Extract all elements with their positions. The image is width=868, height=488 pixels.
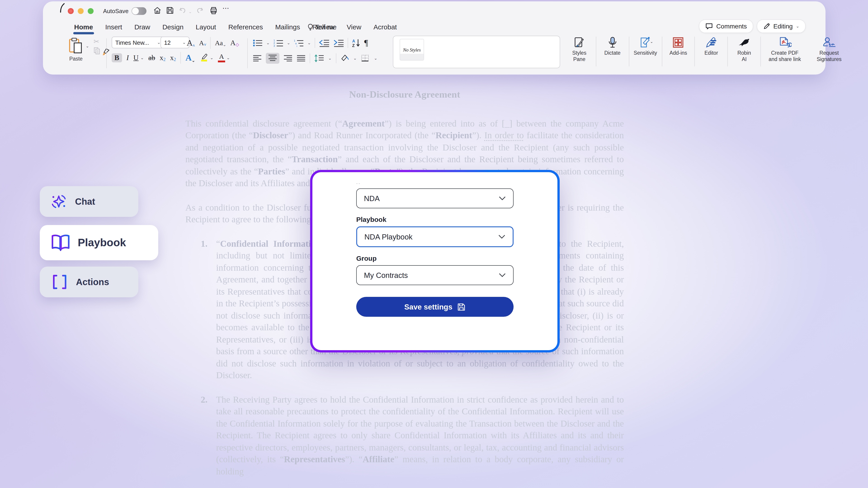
editor-button[interactable]: Editor	[696, 36, 727, 57]
svg-text:⌄: ⌄	[650, 40, 652, 43]
tab-view[interactable]: View	[347, 23, 362, 31]
highlight-color-button[interactable]	[199, 53, 209, 63]
text-effects-button[interactable]: A⌄	[185, 53, 195, 63]
change-case-button[interactable]: Aa⌄	[215, 39, 226, 47]
align-right-icon[interactable]	[283, 55, 292, 62]
chevron-down-icon[interactable]: ⌄	[287, 41, 290, 45]
undo-icon[interactable]	[179, 6, 187, 14]
chevron-down-icon[interactable]: ⌄	[353, 56, 357, 61]
zoom-window-button[interactable]	[88, 8, 94, 14]
increase-indent-icon[interactable]	[333, 39, 344, 47]
chevron-down-icon[interactable]: ⌄	[266, 41, 270, 45]
styles-pane-button[interactable]: Styles Pane	[564, 36, 595, 64]
print-icon[interactable]	[209, 6, 218, 15]
save-icon[interactable]	[166, 6, 174, 14]
robin-ai-button[interactable]: Robin AI	[729, 36, 760, 64]
sensitivity-button[interactable]: ⌄ Sensitivity	[630, 36, 661, 57]
tab-references[interactable]: References	[228, 23, 263, 31]
sidebar-item-chat[interactable]: Chat	[40, 186, 138, 217]
save-settings-button[interactable]: Save settings	[356, 297, 514, 317]
copy-icon[interactable]	[94, 47, 100, 55]
group-select[interactable]: My Contracts	[356, 265, 514, 285]
addins-button[interactable]: Add-ins	[663, 36, 694, 57]
chevron-down-icon[interactable]: ⌄	[307, 41, 311, 45]
tab-mailings[interactable]: Mailings	[275, 23, 300, 31]
request-signatures-button[interactable]: Request Signatures	[808, 36, 850, 64]
undo-chevron-icon[interactable]: ⌄	[188, 9, 192, 14]
bold-button[interactable]: B	[112, 53, 122, 62]
underline-chevron-icon[interactable]: ⌄	[141, 56, 144, 60]
sort-icon[interactable]: AZ	[351, 38, 361, 47]
line-spacing-icon[interactable]	[314, 54, 324, 62]
svg-text:A: A	[352, 39, 355, 43]
tell-me-item[interactable]: Tell me	[307, 23, 337, 31]
tab-design[interactable]: Design	[162, 23, 183, 31]
cut-icon[interactable]: ✂	[94, 37, 110, 46]
editing-mode-button[interactable]: Editing ⌄	[756, 20, 806, 33]
divider	[247, 38, 248, 68]
align-center-button[interactable]	[266, 53, 279, 64]
clear-formatting-button[interactable]: A◇	[230, 39, 239, 47]
borders-icon[interactable]	[361, 54, 370, 62]
style-card-no-styles[interactable]: No Styles	[400, 39, 424, 61]
sensitivity-tag-icon: ⌄	[639, 37, 652, 48]
italic-button[interactable]: I	[126, 54, 129, 62]
tab-layout[interactable]: Layout	[196, 23, 216, 31]
font-color-button[interactable]: A	[218, 53, 225, 62]
divider	[310, 53, 310, 63]
shading-icon[interactable]	[340, 54, 349, 62]
bullet-list-icon[interactable]	[253, 39, 263, 47]
close-window-button[interactable]	[68, 8, 74, 14]
sidebar-item-actions[interactable]: Actions	[40, 267, 138, 297]
align-left-icon[interactable]	[253, 55, 262, 62]
tab-draw[interactable]: Draw	[134, 23, 150, 31]
numbered-list-icon[interactable]: 123	[273, 39, 283, 47]
autosave-toggle[interactable]	[131, 7, 147, 15]
chevron-down-icon[interactable]: ⌄	[374, 56, 377, 61]
strikethrough-button[interactable]: ab	[148, 54, 155, 62]
multilevel-list-icon[interactable]: 1ai	[294, 39, 304, 47]
create-pdf-button[interactable]: Create PDF and share link	[762, 36, 808, 64]
comments-button[interactable]: Comments	[699, 20, 753, 33]
tab-home[interactable]: Home	[74, 23, 93, 31]
tab-insert[interactable]: Insert	[105, 23, 122, 31]
list-number: 1.	[201, 237, 208, 250]
font-size-select[interactable]: 12⌄	[160, 37, 189, 48]
chevron-down-icon[interactable]: ⌄	[210, 56, 213, 60]
chevron-down-icon[interactable]: ⌄	[328, 56, 332, 61]
paste-button[interactable]: Paste ⌄	[68, 37, 84, 62]
superscript-button[interactable]: x2	[170, 54, 176, 62]
dictate-button[interactable]: Dictate	[597, 36, 628, 57]
justify-icon[interactable]	[297, 55, 306, 62]
styles-pane-icon	[574, 37, 585, 48]
font-name-select[interactable]: Times New...⌄	[112, 37, 164, 48]
comment-bubble-icon	[706, 23, 713, 30]
sidebar-item-playbook[interactable]: Playbook	[40, 225, 158, 260]
show-paragraph-marks-icon[interactable]: ¶	[364, 38, 368, 48]
chevron-down-icon: ⌄	[796, 24, 799, 29]
home-icon[interactable]	[153, 6, 161, 14]
subscript-button[interactable]: x2	[160, 54, 165, 62]
divider	[694, 37, 695, 66]
shrink-font-button[interactable]: A˅	[199, 39, 206, 47]
decrease-indent-icon[interactable]	[318, 39, 329, 47]
styles-gallery[interactable]: No Styles	[393, 36, 560, 68]
clipboard-small-group: ✂	[94, 37, 110, 57]
minimize-window-button[interactable]	[78, 8, 84, 14]
ribbon-tabs: HomeInsertDrawDesignLayoutReferencesMail…	[74, 23, 409, 31]
divider	[761, 37, 761, 66]
more-toolbar-icon[interactable]: ⋯	[222, 4, 230, 12]
underline-button[interactable]: U	[133, 54, 138, 62]
divider	[347, 38, 348, 48]
grow-font-button[interactable]: A˄	[187, 38, 195, 48]
tab-acrobat[interactable]: Acrobat	[373, 23, 397, 31]
redo-icon[interactable]	[196, 6, 204, 14]
chevron-down-icon[interactable]: ⌄	[226, 56, 230, 60]
format-painter-icon[interactable]	[102, 48, 110, 56]
pencil-icon	[763, 23, 770, 30]
contract-type-select[interactable]: NDA	[356, 188, 514, 208]
playbook-select[interactable]: NDA Playbook	[356, 226, 514, 247]
robin-bird-icon	[738, 37, 750, 48]
playbook-label: Playbook	[356, 216, 514, 223]
svg-text:1: 1	[273, 39, 275, 42]
